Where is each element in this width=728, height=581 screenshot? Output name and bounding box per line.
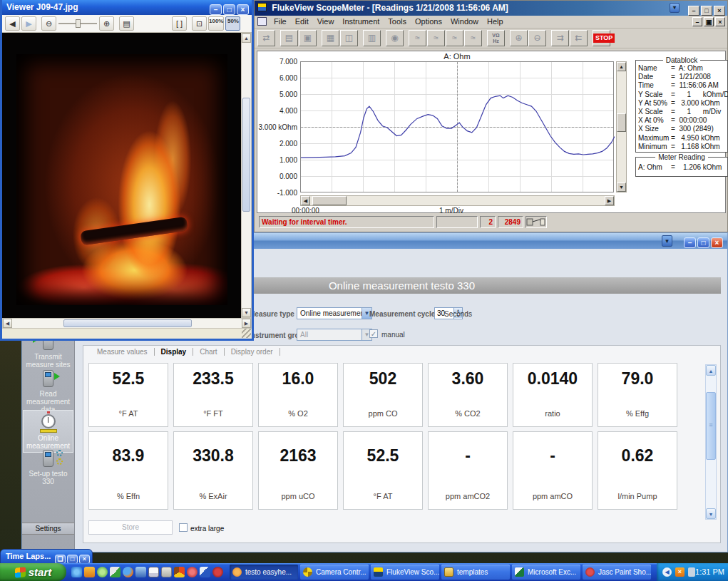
tab-display-order[interactable]: Display order (225, 348, 280, 356)
zoom-in-button[interactable]: ⊕ (510, 30, 528, 46)
sidebar-item-online-measurement[interactable]: Online measurement (23, 410, 73, 453)
meter-readings-button[interactable]: VΩ Hz (487, 30, 505, 46)
sidebar-item-settings[interactable]: Settings (22, 523, 74, 535)
paintshop-icon[interactable] (187, 567, 198, 577)
mdi-close-button[interactable]: × (715, 17, 725, 26)
zoom-slider[interactable] (57, 16, 98, 31)
firefox-icon[interactable] (123, 567, 133, 577)
copy-button[interactable]: ▥ (363, 30, 381, 46)
menu-instrument[interactable]: Instrument (338, 16, 384, 27)
menu-options[interactable]: Options (411, 16, 446, 27)
minimize-button[interactable]: – (688, 6, 699, 16)
print-button[interactable]: ▦ (322, 30, 339, 46)
tab-chart[interactable]: Chart (193, 348, 224, 356)
close-button[interactable]: × (237, 4, 249, 15)
slider-thumb[interactable] (76, 19, 81, 28)
scrollbar-thumb[interactable] (242, 98, 250, 212)
start-button[interactable]: start (0, 563, 66, 581)
sidebar-item-setup-testo-330[interactable]: Set-up testo 330 (23, 450, 73, 485)
minimize-button[interactable]: – (210, 4, 222, 15)
tab-measure-values[interactable]: Measure values (91, 348, 155, 356)
tools-app-icon[interactable] (174, 567, 185, 577)
scroll-left-icon[interactable]: ◀ (3, 319, 12, 328)
scroll-up-icon[interactable]: ▲ (242, 34, 251, 43)
zoom-100-button[interactable]: 100% (208, 16, 224, 31)
save-button[interactable]: ▣ (299, 30, 317, 46)
get-from-instrument-button[interactable]: ⇇ (570, 30, 588, 46)
image-tool-icon[interactable] (110, 567, 121, 577)
tray-app-icon[interactable] (688, 567, 695, 577)
manual-checkbox[interactable]: ✓ (369, 329, 378, 338)
notes-app-icon[interactable] (161, 567, 172, 577)
zoom-50-button[interactable]: 50% (225, 16, 240, 31)
zoom-in-button[interactable]: ⊕ (99, 16, 114, 31)
waveform-all-button[interactable]: ≈ (464, 30, 482, 46)
maximize-button[interactable]: □ (701, 6, 712, 16)
next-image-button[interactable]: ▶ (21, 16, 36, 31)
filmstrip-button[interactable]: ▤ (119, 16, 134, 31)
taskbar-button-excel[interactable]: Microsoft Exc... (512, 565, 580, 580)
previous-image-button[interactable]: ◀ (5, 16, 20, 31)
scroll-down-icon[interactable]: ▼ (617, 182, 626, 192)
maximize-button[interactable]: □ (697, 237, 709, 248)
sidebar-item-read-measurement-data[interactable]: Read measurement data (23, 370, 73, 413)
fit-to-window-button[interactable]: ⊡ (192, 16, 207, 31)
screen-capture-button[interactable]: ◉ (386, 30, 404, 46)
mdi-minimize-button[interactable]: – (692, 17, 702, 26)
minimize-button[interactable]: – (684, 237, 696, 248)
scroll-down-icon[interactable]: ▼ (706, 508, 716, 519)
close-button[interactable]: × (714, 6, 725, 16)
menu-tools[interactable]: Tools (384, 16, 411, 27)
extra-large-checkbox[interactable] (179, 523, 188, 532)
document-icon[interactable] (257, 17, 267, 26)
menu-file[interactable]: File (270, 16, 291, 27)
send-to-instrument-button[interactable]: ⇉ (551, 30, 569, 46)
maximize-button[interactable]: □ (223, 4, 235, 15)
resize-grip[interactable] (242, 329, 251, 338)
instrument-group-select[interactable]: All ▼ (297, 329, 372, 341)
chart-horizontal-scrollbar[interactable]: ◀ ▶ (300, 195, 615, 206)
flukeview-titlebar[interactable]: FlukeView ScopeMeter - [Readings 1/21/20… (255, 1, 727, 16)
waveform-b-button[interactable]: ≈ (427, 30, 445, 46)
messenger-icon[interactable] (135, 567, 146, 577)
menu-edit[interactable]: Edit (291, 16, 313, 27)
menu-help[interactable]: Help (483, 16, 508, 27)
viewer-vertical-scrollbar[interactable]: ▲ ▼ (241, 33, 252, 318)
viewer-horizontal-scrollbar[interactable]: ◀ ▶ (2, 318, 252, 329)
window-extra-button[interactable]: ▾ (662, 235, 672, 247)
hide-icons-chevron-icon[interactable]: ◀ (662, 567, 672, 577)
taskbar-button-templates[interactable]: templates (441, 565, 510, 580)
window-extra-button[interactable]: ▾ (670, 3, 680, 13)
menu-view[interactable]: View (313, 16, 339, 27)
chart-vertical-scrollbar[interactable]: ▲ ▼ (616, 61, 627, 192)
tab-display[interactable]: Display (155, 348, 194, 356)
media-player-icon[interactable] (212, 567, 223, 577)
print-preview-button[interactable]: ◫ (340, 30, 358, 46)
scrollbar-thumb[interactable] (617, 113, 626, 132)
scroll-down-icon[interactable]: ▼ (242, 308, 251, 317)
taskbar-button-camera-control[interactable]: Camera Contr... (300, 565, 369, 580)
stop-button[interactable]: STOP (593, 30, 610, 46)
close-button[interactable]: × (711, 237, 723, 248)
zoom-out-button[interactable]: ⊖ (41, 16, 56, 31)
mail-icon[interactable] (84, 567, 95, 577)
scroll-up-icon[interactable]: ▲ (617, 62, 626, 71)
menu-window[interactable]: Window (446, 16, 483, 27)
measure-type-select[interactable]: Online measurement ▼ (297, 307, 372, 319)
media-app-icon[interactable] (97, 567, 108, 577)
taskbar-button-testo[interactable]: testo easyhe... (230, 565, 298, 580)
open-button[interactable]: ▤ (280, 30, 298, 46)
scrollbar-thumb[interactable] (706, 392, 716, 460)
alert-tray-icon[interactable]: × (675, 567, 685, 577)
scrollbar-thumb[interactable] (63, 319, 192, 327)
window-app-icon[interactable] (148, 567, 159, 577)
brush-app-icon[interactable] (200, 567, 210, 577)
scroll-right-icon[interactable]: ▶ (242, 319, 251, 328)
zoom-out-button[interactable]: ⊖ (528, 30, 546, 46)
mdi-restore-button[interactable]: ▣ (704, 17, 714, 26)
viewer-titlebar[interactable]: Viewer J09-47.jpg –□× (2, 0, 252, 15)
taskbar-button-paintshop[interactable]: Jasc Paint Sho... (583, 565, 651, 580)
internet-explorer-icon[interactable] (71, 567, 82, 577)
scroll-up-icon[interactable]: ▲ (706, 365, 716, 376)
waveform-a-button[interactable]: ≈ (409, 30, 426, 46)
